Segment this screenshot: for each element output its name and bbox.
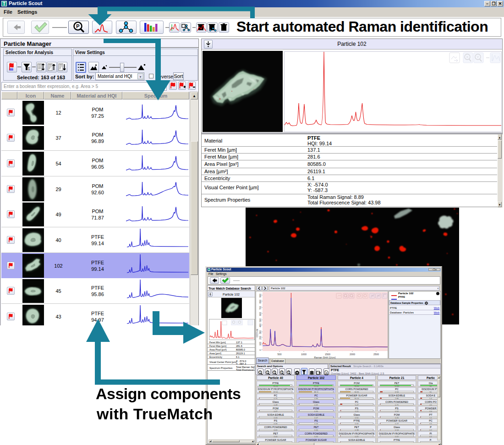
svg-text:3: 3 — [274, 371, 275, 374]
svg-text:300: 300 — [259, 330, 262, 334]
svg-text:Raman Shift [1/cm]: Raman Shift [1/cm] — [314, 356, 336, 359]
svg-text:500: 500 — [277, 353, 281, 356]
svg-text:100: 100 — [259, 341, 262, 346]
svg-text:800: 800 — [259, 299, 262, 303]
svg-text:1500: 1500 — [325, 353, 330, 356]
svg-text:A: A — [326, 372, 328, 374]
svg-text:Y: Y — [477, 55, 479, 59]
svg-text:1: 1 — [259, 371, 261, 374]
svg-text:2: 2 — [267, 371, 268, 374]
svg-text:0: 0 — [259, 349, 262, 351]
svg-text:5: 5 — [288, 371, 289, 374]
svg-text:700: 700 — [259, 306, 262, 310]
svg-text:600: 600 — [259, 312, 262, 316]
svg-text:1000: 1000 — [301, 353, 307, 356]
svg-text:Σ: Σ — [28, 67, 30, 71]
svg-text:200: 200 — [259, 335, 262, 340]
svg-text:2500: 2500 — [373, 353, 379, 356]
svg-text:P: P — [76, 23, 79, 29]
svg-text:900: 900 — [259, 293, 262, 297]
svg-text:2000: 2000 — [350, 353, 355, 356]
svg-text:500: 500 — [259, 318, 262, 322]
svg-text:X: X — [466, 55, 469, 59]
svg-text:4: 4 — [281, 371, 282, 374]
svg-text:CCD cts: CCD cts — [256, 329, 258, 337]
svg-text:400: 400 — [259, 323, 262, 327]
